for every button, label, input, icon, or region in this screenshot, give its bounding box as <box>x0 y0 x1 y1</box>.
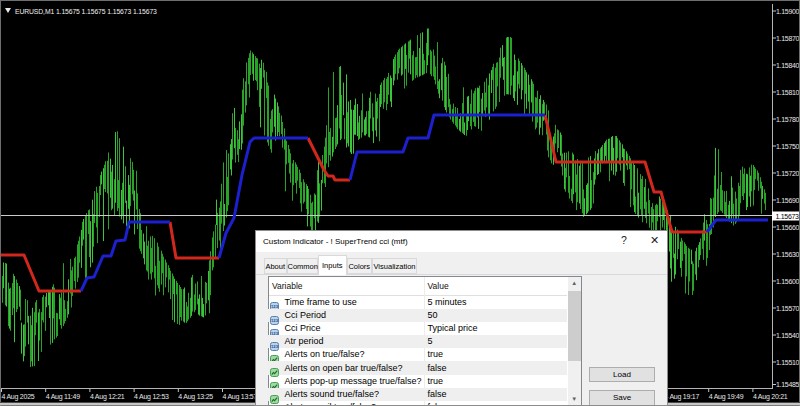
svg-text:1.15600: 1.15600 <box>776 278 800 285</box>
svg-text:4 Aug 11:49: 4 Aug 11:49 <box>46 393 80 401</box>
svg-text:4 Aug 19:49: 4 Aug 19:49 <box>709 393 744 401</box>
svg-text:4 Aug 20:21: 4 Aug 20:21 <box>753 393 788 401</box>
svg-text:EURUSD,M1 1.15675 1.15675 1.1: EURUSD,M1 1.15675 1.15675 1.15673 1.1567… <box>15 8 157 15</box>
svg-text:1.15540: 1.15540 <box>776 332 800 339</box>
svg-text:4 Aug 2025: 4 Aug 2025 <box>2 393 35 401</box>
svg-text:1.15673: 1.15673 <box>776 213 800 220</box>
svg-text:4 Aug 12:53: 4 Aug 12:53 <box>134 393 169 401</box>
svg-text:4 Aug 12:21: 4 Aug 12:21 <box>90 393 125 401</box>
svg-text:1.15630: 1.15630 <box>776 251 800 258</box>
svg-text:1.15780: 1.15780 <box>776 116 800 123</box>
svg-text:1.15570: 1.15570 <box>776 305 800 312</box>
svg-text:1.15810: 1.15810 <box>776 89 800 96</box>
svg-text:4 Aug 19:17: 4 Aug 19:17 <box>665 393 700 401</box>
svg-text:1.15510: 1.15510 <box>776 359 800 366</box>
svg-text:4 Aug 13:25: 4 Aug 13:25 <box>178 393 213 401</box>
svg-text:1.15750: 1.15750 <box>776 143 800 150</box>
svg-text:1.15485: 1.15485 <box>776 381 800 388</box>
svg-text:1.15690: 1.15690 <box>776 197 800 204</box>
svg-text:1.15840: 1.15840 <box>776 62 800 69</box>
svg-text:1.15720: 1.15720 <box>776 170 800 177</box>
svg-text:1.15660: 1.15660 <box>776 224 800 231</box>
svg-text:1.15870: 1.15870 <box>776 35 800 42</box>
svg-text:1.15900: 1.15900 <box>776 8 800 15</box>
svg-text:4 Aug 13:57: 4 Aug 13:57 <box>223 393 258 401</box>
